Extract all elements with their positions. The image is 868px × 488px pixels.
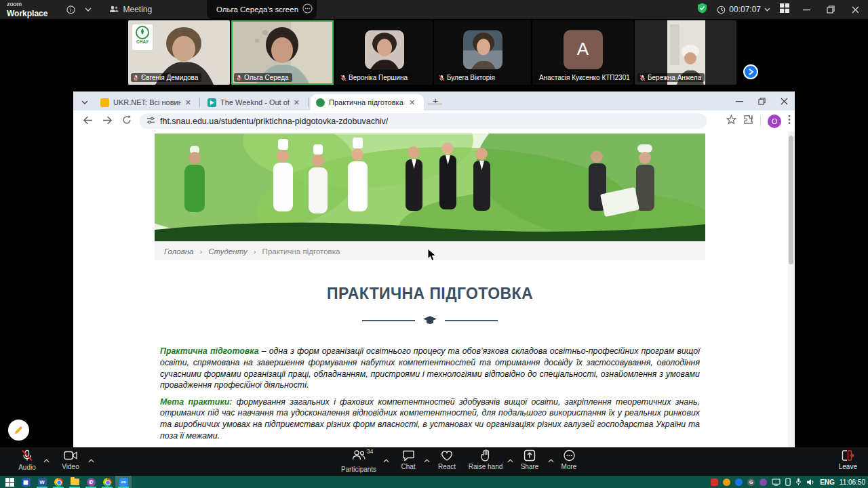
tab-shared-screen[interactable]: Ольга Середа's screen: [207, 0, 317, 19]
audio-options-chevron[interactable]: [43, 453, 50, 466]
more-ellipsis-icon: [563, 449, 576, 462]
restore-button[interactable]: [823, 2, 838, 17]
participant-photo-avatar: [463, 30, 502, 69]
participants-options-chevron[interactable]: [383, 453, 389, 466]
tab-options-icon[interactable]: [302, 3, 313, 16]
breadcrumb-separator: ›: [199, 247, 202, 256]
strip-drag-handle[interactable]: [427, 103, 442, 105]
security-shield-icon[interactable]: [697, 3, 707, 16]
tab-close-icon[interactable]: ✕: [294, 99, 300, 106]
browser-tab-snau-active[interactable]: Практична підготовка – Факу ✕: [311, 94, 424, 110]
meeting-timer[interactable]: 00:07:07: [717, 5, 770, 14]
word-app-icon[interactable]: W: [34, 476, 50, 488]
tray-volume-icon[interactable]: [806, 479, 815, 486]
music-favicon: [208, 98, 216, 107]
mic-muted-icon: [439, 75, 445, 81]
raise-hand-options-chevron[interactable]: [507, 453, 513, 466]
participant-tile-avatar[interactable]: Булега Вікторія: [434, 20, 531, 85]
participants-button[interactable]: 34 Participants: [338, 449, 380, 473]
zoom-app-icon[interactable]: zm: [115, 476, 132, 488]
tray-g-icon[interactable]: G: [747, 479, 755, 486]
tray-orange-icon[interactable]: [723, 479, 730, 486]
clock[interactable]: 11:06:50: [840, 479, 865, 486]
react-button[interactable]: React: [433, 449, 461, 470]
viber-app-icon[interactable]: ✆: [83, 476, 99, 488]
brand-workplace: Workplace: [7, 9, 47, 18]
windows-taskbar: ▦ W ✆ zm G ENG 11:06:50: [0, 476, 868, 488]
video-options-chevron[interactable]: [88, 453, 94, 466]
browser-app-icon[interactable]: [99, 476, 115, 488]
breadcrumb-home[interactable]: Головна: [164, 247, 193, 256]
mouse-cursor: [427, 248, 437, 262]
participants-strip: СНАУ Євгенія Демидова Ольга Середа Верон…: [0, 19, 868, 86]
participant-tile-avatar[interactable]: Вероніка Першина: [336, 20, 433, 85]
chrome-window: UKR.NET: Всі новини України: ✕ The Weekn…: [73, 92, 795, 447]
tray-security-icon[interactable]: [711, 479, 718, 486]
participant-tile-portrait-video[interactable]: Бережна Анжела: [635, 20, 736, 85]
leave-icon: [842, 449, 854, 462]
extensions-icon[interactable]: [743, 115, 753, 127]
mic-muted-icon: [639, 75, 646, 81]
more-button[interactable]: More: [555, 449, 583, 470]
snau-favicon: [316, 98, 325, 107]
participant-name: Ольга Середа: [234, 73, 292, 82]
browser-close-icon[interactable]: [781, 98, 788, 105]
forward-icon[interactable]: [102, 115, 113, 127]
tab-meeting[interactable]: Meeting: [109, 5, 152, 15]
info-icon[interactable]: [66, 5, 75, 14]
bookmark-star-icon[interactable]: [726, 115, 736, 127]
scrollbar-thumb[interactable]: [789, 136, 793, 264]
tray-display-icon[interactable]: [772, 479, 781, 486]
address-bar[interactable]: fht.snau.edu.ua/studentu/priktichna-pidg…: [140, 113, 707, 129]
leave-button[interactable]: Leave: [839, 449, 857, 470]
tab-separator: [199, 98, 200, 107]
chrome-app-icon[interactable]: [50, 476, 66, 488]
tray-viber-icon[interactable]: [760, 479, 767, 486]
video-button[interactable]: Video: [56, 449, 85, 470]
chat-options-chevron[interactable]: [424, 453, 430, 466]
tab-search-chevron-icon[interactable]: [81, 95, 88, 107]
browser-restore-icon[interactable]: [758, 98, 766, 105]
participant-tile-letter[interactable]: А Анастасія Куксенко КТП2301: [532, 20, 633, 85]
participant-name: Бережна Анжела: [637, 73, 705, 82]
paragraph-definition: Практична підготовка – одна з форм орган…: [160, 346, 700, 391]
back-icon[interactable]: [83, 115, 93, 127]
participant-tile-active-speaker[interactable]: Ольга Середа: [231, 20, 334, 85]
participant-tile-video[interactable]: СНАУ Євгенія Демидова: [128, 20, 230, 85]
chrome-menu-icon[interactable]: [788, 115, 791, 127]
tray-mic-icon[interactable]: [795, 478, 802, 486]
share-button[interactable]: Share: [514, 449, 545, 470]
chat-button[interactable]: Chat: [395, 449, 422, 470]
reload-icon[interactable]: [122, 115, 132, 127]
annotate-button[interactable]: [8, 420, 29, 441]
chevron-down-icon[interactable]: [85, 7, 92, 12]
close-button[interactable]: [848, 2, 863, 17]
mic-muted-icon: [133, 75, 139, 81]
apps-grid-icon[interactable]: [780, 3, 789, 16]
language-indicator[interactable]: ENG: [820, 479, 835, 486]
minimize-button[interactable]: [799, 2, 814, 17]
page-scrollbar[interactable]: [788, 131, 795, 447]
photos-app-icon[interactable]: ▦: [18, 476, 34, 488]
tray-phone-icon[interactable]: [785, 478, 791, 486]
mic-muted-icon: [340, 75, 347, 81]
participant-name: Анастасія Куксенко КТП2301: [535, 73, 631, 82]
breadcrumb-section[interactable]: Студенту: [208, 247, 248, 256]
tray-blue-icon[interactable]: [735, 479, 743, 486]
audio-button[interactable]: Audio: [12, 449, 42, 471]
browser-tab-ukrnet[interactable]: UKR.NET: Всі новини України: ✕: [95, 94, 197, 110]
url-text: fht.snau.edu.ua/studentu/priktichna-pidg…: [160, 117, 388, 126]
tab-close-icon[interactable]: ✕: [409, 99, 415, 106]
browser-tab-weeknd[interactable]: The Weeknd - Out of Time | Ra ✕: [202, 94, 305, 110]
site-settings-icon[interactable]: [146, 115, 155, 127]
next-participants-button[interactable]: [743, 64, 758, 79]
svg-text:СНАУ: СНАУ: [136, 39, 149, 44]
browser-minimize-icon[interactable]: [736, 98, 743, 105]
raise-hand-button[interactable]: Raise hand: [467, 449, 505, 470]
profile-avatar[interactable]: О: [768, 115, 781, 128]
tab-close-icon[interactable]: ✕: [185, 99, 191, 106]
file-explorer-icon[interactable]: [66, 476, 83, 488]
share-options-chevron[interactable]: [548, 453, 554, 466]
participants-icon: [352, 449, 366, 462]
start-button[interactable]: [1, 476, 18, 488]
